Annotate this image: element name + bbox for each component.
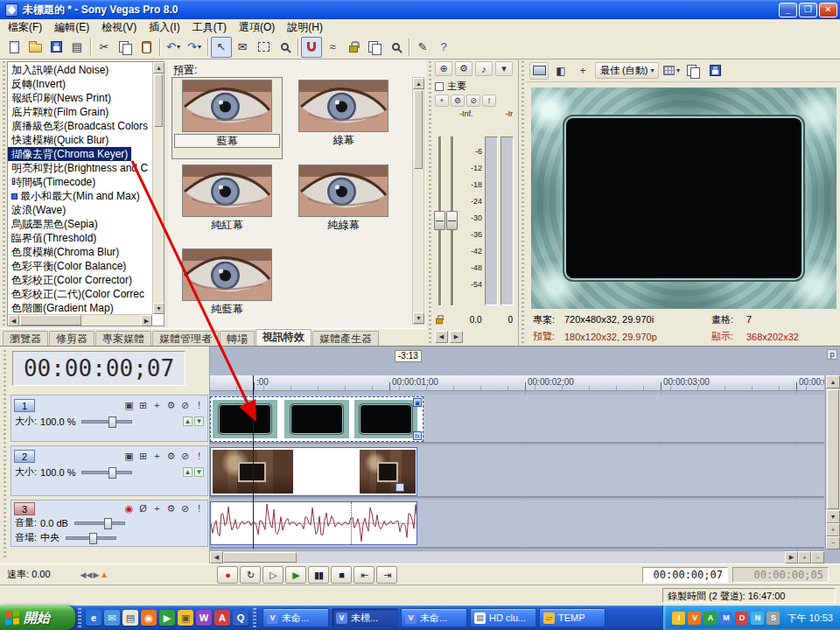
effect-item[interactable]: 底片顆粒(Film Grain) <box>8 105 152 119</box>
project-properties-button[interactable]: ▤ <box>66 37 88 58</box>
pan-button[interactable]: + <box>435 94 449 107</box>
open-project-button[interactable] <box>24 37 46 58</box>
selection-edit-tool-button[interactable] <box>253 37 274 58</box>
start-button[interactable]: 開始 <box>0 606 75 630</box>
minimize-button[interactable]: _ <box>779 3 797 18</box>
event-envelope-handle[interactable] <box>396 483 404 492</box>
rate-slider[interactable]: ◀◀▶▲ <box>80 570 109 579</box>
track-number[interactable]: 3 <box>14 502 35 515</box>
taskbar-window-未標...[interactable]: V未標... <box>332 608 398 627</box>
zoom-tool-button[interactable] <box>385 37 406 58</box>
scroll-up-icon[interactable]: ▲ <box>413 78 424 89</box>
time-ruler[interactable]: :0000:00:01;0000:00:02;0000:00:03;0000:0… <box>210 375 824 391</box>
save-project-button[interactable] <box>46 37 66 58</box>
explorer-icon[interactable]: ▣ <box>178 610 193 626</box>
video-event-track2[interactable] <box>210 447 417 496</box>
end-time-field[interactable]: 00:00:00;05 <box>732 567 829 583</box>
video-output-button[interactable] <box>529 62 549 80</box>
normal-edit-tool-button[interactable]: ↖ <box>211 37 232 58</box>
effects-horizontal-scrollbar[interactable]: ◀ ▶ <box>8 314 152 326</box>
cursor-time-field[interactable]: 00:00:00;07 <box>642 567 728 583</box>
track-motion-button[interactable]: ⊞ <box>137 400 149 411</box>
scroll-down-icon[interactable]: ▼ <box>153 303 164 314</box>
word-icon[interactable]: W <box>196 610 212 626</box>
undo-button[interactable]: ↶▾ <box>163 37 184 58</box>
input-method-icon[interactable]: I <box>672 612 685 625</box>
track-header-3[interactable]: 3 ◉Ø+⚙⊘! 音量: 0.0 dB 音場: 中央 <box>10 500 208 547</box>
scroll-left-icon[interactable]: ◀ <box>8 315 19 326</box>
effect-item[interactable]: 明亮和對比(Brightness and C <box>8 161 152 175</box>
envelope-edit-tool-button[interactable]: ✉ <box>232 37 253 58</box>
fader-handle-right[interactable] <box>446 211 458 230</box>
video-event-track1[interactable]: ▣ fx <box>210 396 424 442</box>
insert-assignable-fx-button[interactable]: ⚙ <box>455 61 472 76</box>
zoom-out-time-icon[interactable]: − <box>811 551 824 564</box>
restore-button[interactable]: ❐ <box>799 3 817 18</box>
track-list-grip[interactable] <box>0 350 9 560</box>
track-level-slider[interactable] <box>81 471 132 474</box>
copy-button[interactable] <box>115 37 136 58</box>
pan-overlay-button[interactable]: + <box>573 62 592 80</box>
insert-bus-button[interactable]: ⊕ <box>435 61 452 76</box>
track-level-slider[interactable] <box>81 420 132 424</box>
menu-view[interactable]: 檢視(V) <box>95 19 143 36</box>
effects-vertical-scrollbar[interactable]: ▲ ▼ <box>152 62 164 314</box>
effect-item[interactable]: 最小和最大(Min and Max) <box>8 189 152 203</box>
paste-button[interactable] <box>136 37 157 58</box>
scroll-up-icon[interactable]: ▲ <box>826 375 840 388</box>
preset-item[interactable]: 綠幕 <box>288 77 399 159</box>
mute-button[interactable]: ⊘ <box>179 503 191 514</box>
event-pan-crop-icon[interactable]: ▣ <box>413 398 422 407</box>
mute-button[interactable]: ⊘ <box>179 400 191 411</box>
compositing-buttons[interactable]: ▲▼ <box>183 416 204 426</box>
solo-button[interactable]: ! <box>482 94 496 107</box>
edit-cursor[interactable] <box>253 375 254 549</box>
outlook-express-icon[interactable]: ✉ <box>104 610 120 626</box>
taskbar-window-HD clu...[interactable]: ▤HD clu... <box>470 608 536 627</box>
scroll-thumb[interactable] <box>223 552 297 563</box>
acrobat-icon[interactable]: A <box>214 610 230 626</box>
preview-quality-dropdown[interactable]: 最佳 (自動)▾ <box>595 62 659 79</box>
stop-button[interactable]: ■ <box>331 566 352 584</box>
show-desktop-icon[interactable]: ▤ <box>122 610 138 626</box>
play-button[interactable]: ▶ <box>285 566 306 584</box>
download-manager-icon[interactable]: D <box>735 612 748 625</box>
scroll-up-icon[interactable]: ▲ <box>153 62 164 74</box>
effect-item[interactable]: 廣播級色彩(Broadcast Colors <box>8 119 152 133</box>
effect-item[interactable]: 反轉(Invert) <box>8 77 152 91</box>
effect-item[interactable]: 色階圖(Gradient Map) <box>8 301 152 314</box>
grid-overlay-button[interactable]: ▾ <box>662 62 681 80</box>
play-from-start-button[interactable]: ▷ <box>262 566 284 584</box>
bus-fx-button[interactable]: ⚙ <box>451 94 465 107</box>
menu-tools[interactable]: 工具(T) <box>186 19 233 36</box>
timeline-horizontal-scrollbar[interactable]: ◀ ▶ + − <box>210 550 824 564</box>
enable-snapping-button[interactable] <box>301 37 322 58</box>
taskbar-divider[interactable] <box>253 608 256 627</box>
menu-edit[interactable]: 編輯(E) <box>48 19 95 36</box>
effect-item[interactable]: 色彩校正(Color Corrector) <box>8 273 152 287</box>
scroll-left-icon[interactable]: ◀ <box>210 551 223 564</box>
bus-grid-icon[interactable] <box>435 82 444 91</box>
effect-item[interactable]: 色彩平衡(Color Balance) <box>8 259 152 273</box>
taskbar-clock[interactable]: 下午 10:53 <box>787 612 833 625</box>
mixer-grip[interactable] <box>426 61 433 344</box>
menu-options[interactable]: 選項(O) <box>233 19 281 36</box>
tab-媒體管理者[interactable]: 媒體管理者 <box>152 331 219 346</box>
track-zoom-in-icon[interactable]: + <box>826 523 840 536</box>
menu-file[interactable]: 檔案(F) <box>2 19 48 36</box>
tab-修剪器[interactable]: 修剪器 <box>49 331 94 346</box>
network-icon[interactable]: N <box>751 612 764 625</box>
tab-專案媒體[interactable]: 專案媒體 <box>95 331 151 346</box>
firefox-icon[interactable]: ◉ <box>141 610 157 626</box>
effect-item[interactable]: 擷像去背(Chroma Keyer) <box>8 147 131 161</box>
compositing-buttons[interactable]: ▲▼ <box>183 467 204 477</box>
split-screen-view-button[interactable]: ◧ <box>551 62 570 80</box>
loop-playback-button[interactable]: ↻ <box>240 566 261 584</box>
mixer-scroll-right-icon[interactable]: ▶ <box>450 331 463 343</box>
track-fx-button[interactable]: ⚙ <box>165 503 177 514</box>
event-fx-icon[interactable]: fx <box>413 431 422 440</box>
tab-媒體產生器[interactable]: 媒體產生器 <box>312 331 379 346</box>
tab-轉場[interactable]: 轉場 <box>220 331 255 346</box>
menu-help[interactable]: 說明(H) <box>281 19 329 36</box>
effect-item[interactable]: 烏賊墨黑色(Sepia) <box>8 217 152 231</box>
